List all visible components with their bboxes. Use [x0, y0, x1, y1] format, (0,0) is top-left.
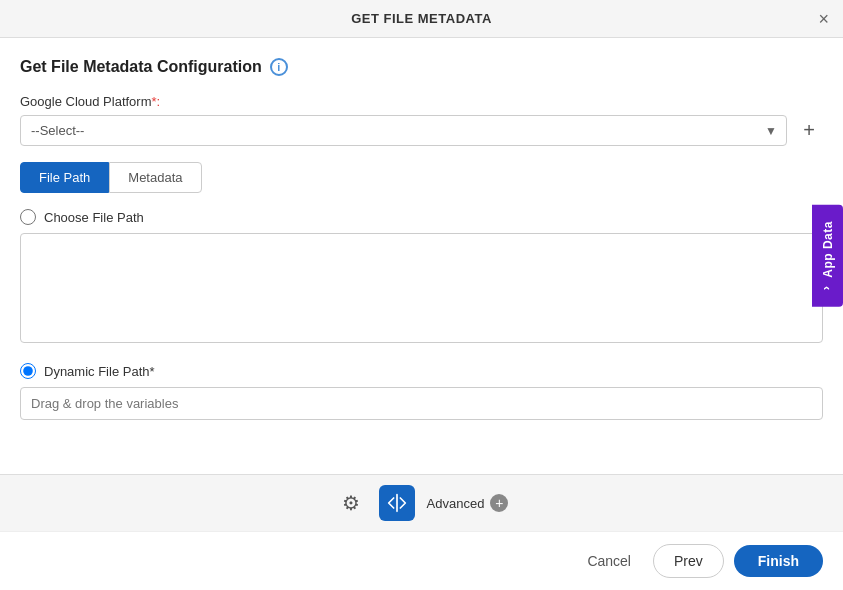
- gear-icon[interactable]: ⚙: [335, 487, 367, 519]
- tab-file-path[interactable]: File Path: [20, 162, 109, 193]
- modal-title: GET FILE METADATA: [351, 11, 492, 26]
- code-icon[interactable]: [379, 485, 415, 521]
- choose-file-path-radio[interactable]: [20, 209, 36, 225]
- choose-file-path-row: Choose File Path: [20, 209, 823, 225]
- app-data-tab-wrapper: ‹ App Data: [812, 205, 843, 307]
- prev-button[interactable]: Prev: [653, 544, 724, 578]
- gcp-select-wrapper: --Select-- ▼: [20, 115, 787, 146]
- choose-file-path-label[interactable]: Choose File Path: [44, 210, 144, 225]
- gcp-select[interactable]: --Select--: [20, 115, 787, 146]
- config-title-row: Get File Metadata Configuration i: [20, 58, 823, 76]
- finish-button[interactable]: Finish: [734, 545, 823, 577]
- advanced-label[interactable]: Advanced +: [427, 494, 509, 512]
- modal-header: GET FILE METADATA ×: [0, 0, 843, 38]
- dynamic-file-path-row: Dynamic File Path*: [20, 363, 823, 379]
- file-path-textarea[interactable]: [20, 233, 823, 343]
- tab-metadata[interactable]: Metadata: [109, 162, 201, 193]
- dynamic-file-path-input[interactable]: [20, 387, 823, 420]
- gcp-label: Google Cloud Platform*:: [20, 94, 823, 109]
- dynamic-file-path-radio[interactable]: [20, 363, 36, 379]
- app-data-tab[interactable]: ‹ App Data: [812, 205, 843, 307]
- add-gcp-button[interactable]: +: [795, 117, 823, 145]
- app-data-label: App Data: [821, 221, 835, 278]
- advanced-plus-icon: +: [490, 494, 508, 512]
- config-title-text: Get File Metadata Configuration: [20, 58, 262, 76]
- advanced-footer-bar: ⚙ Advanced +: [0, 474, 843, 531]
- modal-footer-actions: Cancel Prev Finish: [0, 531, 843, 590]
- gcp-select-row: --Select-- ▼ +: [20, 115, 823, 146]
- tabs-row: File Path Metadata: [20, 162, 823, 193]
- info-icon[interactable]: i: [270, 58, 288, 76]
- dynamic-file-path-label: Dynamic File Path*: [44, 364, 155, 379]
- close-button[interactable]: ×: [818, 10, 829, 28]
- modal-body: Get File Metadata Configuration i Google…: [0, 38, 843, 474]
- app-data-chevron-icon: ‹: [820, 286, 835, 291]
- cancel-button[interactable]: Cancel: [575, 545, 643, 577]
